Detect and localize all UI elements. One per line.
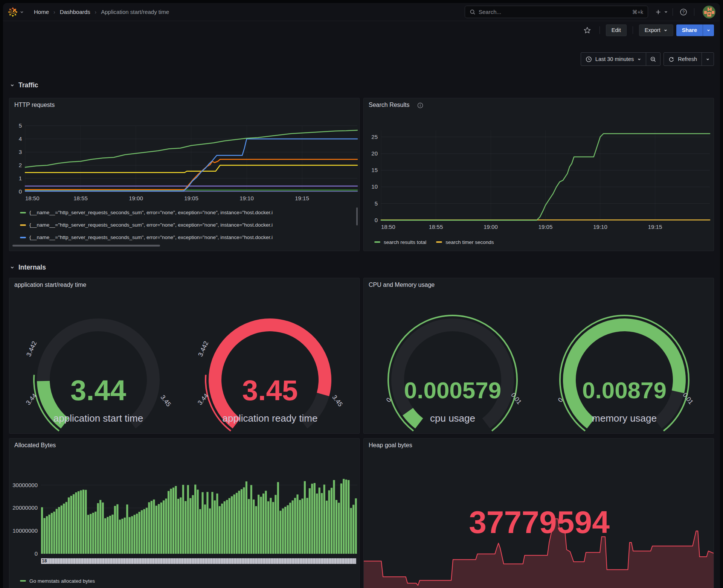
grafana-logo[interactable] [8,7,18,17]
svg-text:0: 0 [19,188,22,195]
series-label[interactable]: {__name__="http_server_requests_seconds_… [29,235,273,240]
refresh-group: Refresh [664,52,714,66]
cpu-memory-gauges [364,278,714,434]
org-switcher-chevron-icon[interactable] [20,10,24,14]
panel-info-icon[interactable] [417,102,423,110]
panel-heap-goal-bytes: Heap goal bytes 37779594 [363,438,714,588]
time-range-picker[interactable]: Last 30 minutes [581,53,646,66]
chevron-down-icon [664,28,668,32]
divider [694,8,694,16]
row-internals-gauges: application start/ready time 3.44 3.45 a… [9,278,714,434]
gauge-title: memory usage [592,413,657,424]
panel-app-start-ready: application start/ready time 3.44 3.45 a… [9,278,360,434]
breadcrumb: Home › Dashboards › Application start/re… [34,9,169,15]
svg-text:19:15: 19:15 [295,195,309,201]
dashboard-content: Last 30 minutes Refresh [3,39,720,588]
zoom-out-button[interactable] [646,53,660,66]
alloc-legend: Go memstats allocated bytes [20,577,95,585]
legend-item: {__name__="http_server_requests_seconds_… [20,219,354,231]
new-button[interactable] [655,9,668,15]
section-title: Internals [18,264,46,271]
row-internals-bytes: Allocated Bytes 010000000200000003000000… [9,438,714,588]
search-input[interactable]: Search... ⌘+k [465,6,648,18]
series-label[interactable]: Go memstats allocated bytes [29,578,95,584]
gauge-value-app-start: 3.44 [70,374,126,407]
legend-item: Go memstats allocated bytes [20,577,95,585]
help-button[interactable]: ? [677,6,689,18]
gauge-value-app-ready: 3.45 [242,374,298,407]
svg-text:2: 2 [19,162,22,168]
chevron-down-icon [10,265,15,270]
app-frame: Home › Dashboards › Application start/re… [3,3,720,588]
svg-text:19:15: 19:15 [648,224,662,230]
search-shortcut: ⌘+k [632,9,643,15]
series-color-dash[interactable] [20,237,26,238]
svg-text:19:00: 19:00 [129,195,143,201]
export-button[interactable]: Export [639,24,673,36]
app-gauges [9,278,360,434]
svg-text:18:55: 18:55 [73,195,88,201]
panel-title[interactable]: application start/ready time [14,282,86,288]
svg-text:20: 20 [371,150,378,157]
refresh-label: Refresh [678,56,697,62]
refresh-interval-button[interactable] [702,53,714,66]
series-color-dash[interactable] [20,212,26,213]
panel-title[interactable]: Search Results [369,102,410,108]
gauge-value-cpu: 0.000579 [404,377,502,404]
panel-title[interactable]: HTTP requests [14,102,55,108]
share-button[interactable]: Share [676,24,703,36]
gauge-title: application start time [53,413,143,424]
series-color-dash[interactable] [20,224,26,226]
allocated-bytes-chart: 0100000002000000030000000 [9,439,360,588]
time-range-label: Last 30 minutes [595,56,634,62]
series-label[interactable]: search results total [384,239,426,245]
search-placeholder: Search... [479,9,629,15]
nav-right: Search... ⌘+k ? [465,6,715,18]
stat-value-heap-goal: 37779594 [469,504,610,541]
star-button[interactable] [581,24,593,36]
chevron-down-icon [706,28,711,32]
breadcrumb-home[interactable]: Home [34,9,49,15]
svg-text:15: 15 [371,167,378,173]
svg-text:20000000: 20000000 [12,504,38,511]
http-legend: {__name__="http_server_requests_seconds_… [20,206,354,244]
series-color-dash[interactable] [20,580,26,582]
time-controls: Last 30 minutes Refresh [581,52,714,66]
series-label[interactable]: {__name__="http_server_requests_seconds_… [29,210,273,215]
edit-button[interactable]: Edit [606,24,627,36]
row-traffic: HTTP requests 01234518:5018:5519:0019:05… [9,98,714,251]
panel-title[interactable]: Heap goal bytes [369,442,412,449]
svg-text:19:05: 19:05 [538,224,553,230]
plus-icon [655,9,662,15]
series-color-dash[interactable] [374,241,380,243]
series-label[interactable]: {__name__="http_server_requests_seconds_… [29,222,273,228]
panel-title[interactable]: Allocated Bytes [14,442,56,449]
breadcrumb-dashboards[interactable]: Dashboards [60,9,90,15]
panel-search-results: Search Results 051015202518:5018:5519:00… [363,98,714,251]
section-traffic[interactable]: Traffic [10,81,38,89]
gauge-title: cpu usage [430,413,475,424]
section-title: Traffic [18,81,38,89]
refresh-button[interactable]: Refresh [664,53,702,66]
panel-title[interactable]: CPU and Memory usage [369,282,435,288]
panel-cpu-memory: CPU and Memory usage 0.000579 0.00879 cp… [363,278,714,434]
refresh-icon [668,56,674,62]
clock-icon [586,56,592,62]
series-color-dash[interactable] [436,241,442,243]
user-avatar[interactable] [703,6,715,18]
divider [599,26,600,34]
series-label[interactable]: search timer seconds [445,239,494,245]
svg-text:30000000: 30000000 [12,482,38,488]
share-menu-button[interactable] [703,24,714,36]
svg-text:19:10: 19:10 [239,195,254,201]
gauge-title: application ready time [223,413,318,424]
svg-text:18:50: 18:50 [381,224,395,230]
section-internals[interactable]: Internals [10,264,46,271]
time-picker-group: Last 30 minutes [581,52,660,66]
legend-item: search results total [374,238,426,246]
legend-vertical-scrollbar[interactable] [356,207,358,225]
chevron-down-icon [10,83,15,88]
zoom-out-icon [650,56,656,62]
legend-horizontal-scrollbar[interactable] [12,245,160,247]
svg-text:3: 3 [19,149,22,155]
